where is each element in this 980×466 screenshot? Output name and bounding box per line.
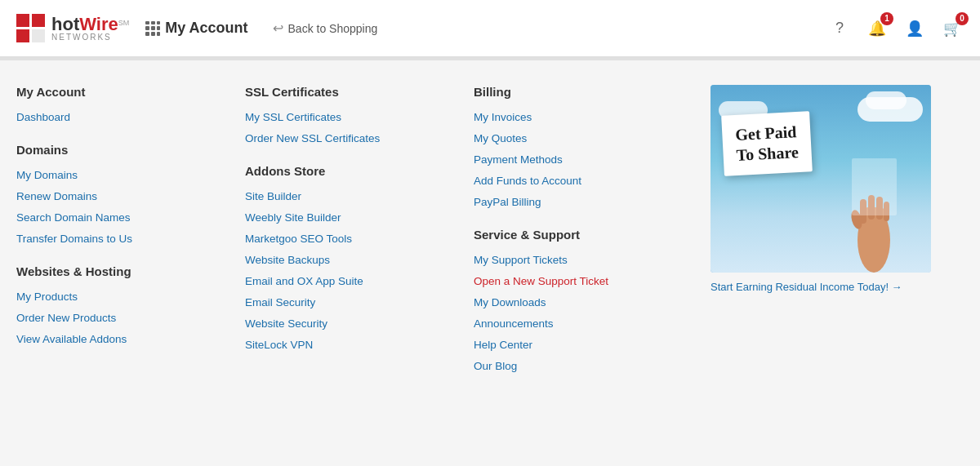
domains-links: My Domains Renew Domains Search Domain N…	[16, 168, 229, 245]
notifications-button[interactable]: 🔔 1	[866, 17, 889, 40]
grid-dot	[157, 26, 161, 30]
paypal-billing-link[interactable]: PayPal Billing	[474, 196, 541, 208]
help-center-link[interactable]: Help Center	[474, 339, 532, 351]
announcements-link[interactable]: Announcements	[474, 317, 554, 330]
cloud2	[866, 91, 906, 109]
list-item: Email Security	[245, 295, 457, 308]
email-security-link[interactable]: Email Security	[245, 296, 315, 308]
list-item: Help Center	[474, 338, 686, 351]
list-item: Weebly Site Builder	[245, 211, 457, 224]
ssl-title: SSL Certificates	[245, 85, 457, 99]
search-domain-names-link[interactable]: Search Domain Names	[16, 211, 131, 224]
header: hotWireSM NETWORKS My Account ↩ Back to …	[0, 0, 980, 57]
list-item: Dashboard	[16, 110, 229, 123]
order-ssl-link[interactable]: Order New SSL Certificates	[245, 132, 380, 144]
logo-square-tl	[16, 14, 29, 27]
list-item: Site Builder	[245, 189, 457, 202]
menu-col3: Billing My Invoices My Quotes Payment Me…	[474, 85, 702, 397]
add-funds-link[interactable]: Add Funds to Account	[474, 175, 581, 187]
grid-dot	[157, 21, 161, 25]
websites-hosting-section: Websites & Hosting My Products Order New…	[16, 264, 229, 345]
page-title: My Account	[165, 20, 247, 37]
grid-dot	[151, 21, 155, 25]
back-label: Back to Shopping	[288, 22, 378, 35]
list-item: Add Funds to Account	[474, 174, 686, 187]
our-blog-link[interactable]: Our Blog	[474, 360, 517, 372]
list-item: Transfer Domains to Us	[16, 232, 229, 245]
logo-square-br	[32, 29, 45, 42]
list-item: Our Blog	[474, 359, 686, 372]
sitelock-vpn-link[interactable]: SiteLock VPN	[245, 339, 313, 351]
ssl-section: SSL Certificates My SSL Certificates Ord…	[245, 85, 457, 144]
list-item: PayPal Billing	[474, 195, 686, 208]
my-invoices-link[interactable]: My Invoices	[474, 111, 532, 123]
list-item: SiteLock VPN	[245, 338, 457, 351]
list-item: My Products	[16, 290, 229, 303]
list-item: Renew Domains	[16, 189, 229, 202]
list-item: Website Backups	[245, 253, 457, 266]
logo-square-bl	[16, 29, 29, 42]
list-item: Payment Methods	[474, 153, 686, 166]
back-arrow-icon: ↩	[273, 20, 283, 36]
domains-title: Domains	[16, 143, 229, 157]
my-account-title: My Account	[16, 85, 229, 99]
billing-title: Billing	[474, 85, 686, 99]
header-icons: ? 🔔 1 👤 🛒 0	[828, 17, 964, 40]
logo-sm: SM	[118, 19, 130, 27]
list-item: My Domains	[16, 168, 229, 181]
transfer-domains-link[interactable]: Transfer Domains to Us	[16, 233, 132, 245]
website-backups-link[interactable]: Website Backups	[245, 254, 330, 266]
grid-dot	[151, 26, 155, 30]
service-support-links: My Support Tickets Open a New Support Ti…	[474, 253, 686, 372]
dashboard-link[interactable]: Dashboard	[16, 111, 70, 123]
list-item: Announcements	[474, 317, 686, 330]
back-to-shopping-button[interactable]: ↩ Back to Shopping	[273, 20, 378, 36]
list-item: View Available Addons	[16, 332, 229, 345]
my-quotes-link[interactable]: My Quotes	[474, 132, 527, 144]
account-button[interactable]: 👤	[903, 17, 926, 40]
my-products-link[interactable]: My Products	[16, 291, 78, 303]
menu-col2: SSL Certificates My SSL Certificates Ord…	[245, 85, 474, 397]
list-item: Website Security	[245, 317, 457, 330]
website-security-link[interactable]: Website Security	[245, 317, 327, 330]
billing-links: My Invoices My Quotes Payment Methods Ad…	[474, 110, 686, 208]
marketgoo-link[interactable]: Marketgoo SEO Tools	[245, 233, 352, 245]
logo-square-tr	[32, 14, 45, 27]
my-account-section: My Account Dashboard	[16, 85, 229, 123]
payment-methods-link[interactable]: Payment Methods	[474, 153, 563, 166]
main-content: My Account Dashboard Domains My Domains …	[0, 60, 980, 421]
grid-dot	[145, 32, 149, 36]
open-support-ticket-link[interactable]: Open a New Support Ticket	[474, 275, 608, 287]
header-title-area: My Account	[145, 20, 247, 37]
list-item: Email and OX App Suite	[245, 274, 457, 287]
websites-hosting-title: Websites & Hosting	[16, 264, 229, 278]
grid-dot	[157, 32, 161, 36]
logo-text: hotWireSM NETWORKS	[51, 16, 129, 42]
list-item: My Downloads	[474, 295, 686, 308]
view-available-addons-link[interactable]: View Available Addons	[16, 333, 127, 345]
promo-cta-link[interactable]: Start Earning Residual Income Today! →	[710, 281, 964, 293]
my-downloads-link[interactable]: My Downloads	[474, 296, 546, 308]
email-ox-link[interactable]: Email and OX App Suite	[245, 275, 363, 287]
my-domains-link[interactable]: My Domains	[16, 169, 78, 181]
promo-card-text: Get Paid To Share	[735, 122, 800, 166]
my-ssl-link[interactable]: My SSL Certificates	[245, 111, 341, 123]
promo-card: Get Paid To Share	[721, 111, 813, 176]
grid-icon	[145, 21, 160, 36]
list-item: Order New Products	[16, 311, 229, 324]
help-button[interactable]: ?	[828, 17, 851, 40]
service-support-title: Service & Support	[474, 228, 686, 242]
site-builder-link[interactable]: Site Builder	[245, 190, 301, 202]
my-support-tickets-link[interactable]: My Support Tickets	[474, 254, 568, 266]
renew-domains-link[interactable]: Renew Domains	[16, 190, 97, 202]
my-account-links: Dashboard	[16, 110, 229, 123]
hand-svg	[837, 134, 911, 273]
cart-badge: 0	[956, 12, 969, 25]
grid-dot	[145, 21, 149, 25]
weebly-link[interactable]: Weebly Site Builder	[245, 211, 341, 224]
cart-button[interactable]: 🛒 0	[941, 17, 964, 40]
order-new-products-link[interactable]: Order New Products	[16, 312, 116, 324]
logo: hotWireSM NETWORKS	[16, 14, 129, 42]
grid-dot	[151, 32, 155, 36]
service-support-section: Service & Support My Support Tickets Ope…	[474, 228, 686, 372]
